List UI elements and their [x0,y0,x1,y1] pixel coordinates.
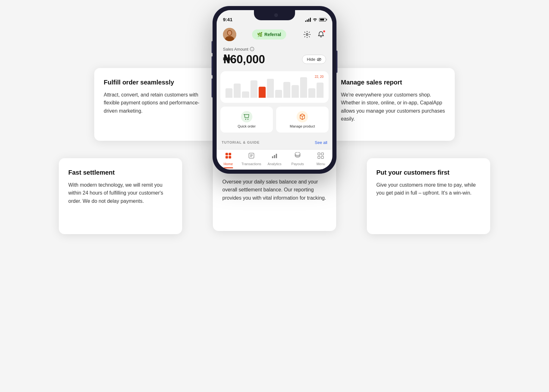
top-icons [302,29,326,40]
volume-down-button [212,78,213,97]
top-bar: 🌿 Referral [217,24,332,44]
tutorial-section: TUTORIAL & GUIDE See all [217,136,332,149]
chart-bar [242,91,249,98]
svg-rect-21 [274,155,275,158]
svg-rect-29 [321,156,324,159]
card-fulfill: Fulfill order seamlessly Attract, conver… [94,68,218,141]
hide-button[interactable]: Hide [302,55,326,64]
menu-icon [317,152,324,161]
camera [274,13,278,17]
card-customers-first-body: Give your customers more time to pay, wh… [376,181,481,197]
card-customers-first: Put your customers first Give your custo… [367,158,490,234]
notification-dot [323,30,325,33]
settings-button[interactable] [302,29,312,40]
transactions-icon [248,152,255,161]
status-icons [305,17,326,22]
svg-rect-15 [229,156,231,159]
nav-payouts[interactable]: Payouts [286,152,309,166]
sales-label: Sales Amount i [223,47,326,52]
payouts-icon [294,152,301,161]
svg-text:i: i [252,48,252,51]
see-all-link[interactable]: See all [315,140,327,145]
phone-frame: 9:41 [213,6,336,173]
tutorial-header: TUTORIAL & GUIDE See all [222,140,327,145]
card-customers-first-title: Put your customers first [376,168,481,177]
sales-section: Sales Amount i ₦60,000 Hide [217,44,332,71]
nav-analytics[interactable]: Analytics [263,152,286,166]
home-icon [225,152,232,161]
sales-amount: ₦60,000 [223,53,265,66]
svg-rect-26 [318,153,320,155]
chart-bar [225,88,232,98]
quick-order-label: Quick order [238,124,256,128]
battery-icon [319,18,326,22]
chart-bars [225,76,324,98]
nav-transactions[interactable]: Transactions [240,152,263,166]
card-fast-settlement-title: Fast settlement [68,168,173,177]
manage-product-action[interactable]: Manage product [276,107,329,133]
chart-area: 22, 20 [220,71,329,103]
quick-actions: Quick order Manage product [217,103,332,136]
phone: 9:41 [213,6,336,173]
chart-bar [308,88,315,98]
quick-order-action[interactable]: Quick order [220,107,273,133]
notifications-button[interactable] [316,29,326,40]
chart-bar [283,82,290,98]
nav-home-label: Home [224,162,233,166]
avatar[interactable] [223,28,236,41]
notch [254,10,295,20]
svg-rect-12 [225,153,228,155]
chart-bar [267,79,274,98]
svg-point-4 [306,34,308,35]
chart-bar [300,77,307,98]
volume-up-button [212,56,213,75]
chart-bar [317,83,324,98]
status-time: 9:41 [223,17,232,22]
svg-rect-20 [272,156,273,158]
phone-screen: 9:41 [217,10,332,170]
manage-product-icon [297,111,308,122]
manage-product-label: Manage product [290,124,315,128]
scene: Fulfill order seamlessly Attract, conver… [53,6,496,386]
nav-transactions-label: Transactions [242,162,262,166]
card-sales-report: Manage sales report We're everywhere you… [331,68,455,141]
svg-point-25 [295,152,300,155]
svg-rect-14 [225,156,228,159]
chart-bar [250,80,257,98]
svg-rect-27 [321,153,324,155]
card-sales-report-title: Manage sales report [341,78,445,86]
svg-point-11 [248,119,249,120]
card-fast-settlement: Fast settlement With modern technology, … [59,158,182,234]
svg-rect-28 [318,156,320,159]
referral-icon: 🌿 [257,32,262,37]
svg-point-3 [228,31,231,35]
card-sales-report-body: We're everywhere your customers shop. Wh… [341,91,445,123]
tutorial-title: TUTORIAL & GUIDE [222,140,260,144]
card-fast-settlement-body: With modern technology, we will remit yo… [68,181,173,205]
mute-button [212,41,213,53]
chart-bar [292,85,299,98]
card-fulfill-title: Fulfill order seamlessly [104,78,208,86]
svg-point-10 [245,119,246,120]
nav-home-underline [224,167,233,168]
referral-button[interactable]: 🌿 Referral [252,29,286,40]
nav-home[interactable]: Home [217,152,240,166]
nav-menu[interactable]: Menu [309,152,332,166]
svg-rect-13 [229,153,231,155]
signal-icon [305,18,311,22]
nav-payouts-label: Payouts [291,162,304,166]
analytics-icon [271,152,278,161]
sales-amount-row: ₦60,000 Hide [223,53,326,66]
bottom-nav: Home Transactions [217,149,332,170]
card-fulfill-body: Attract, convert, and retain customers w… [104,91,208,115]
quick-order-icon [241,111,252,122]
power-button [336,51,337,73]
chart-bar [234,84,241,98]
chart-bar [275,90,282,98]
nav-menu-label: Menu [317,162,325,166]
svg-rect-22 [276,154,277,158]
nav-analytics-label: Analytics [268,162,281,166]
wifi-icon [312,17,318,22]
chart-bar [259,87,266,98]
chart-date: 22, 20 [315,75,324,78]
